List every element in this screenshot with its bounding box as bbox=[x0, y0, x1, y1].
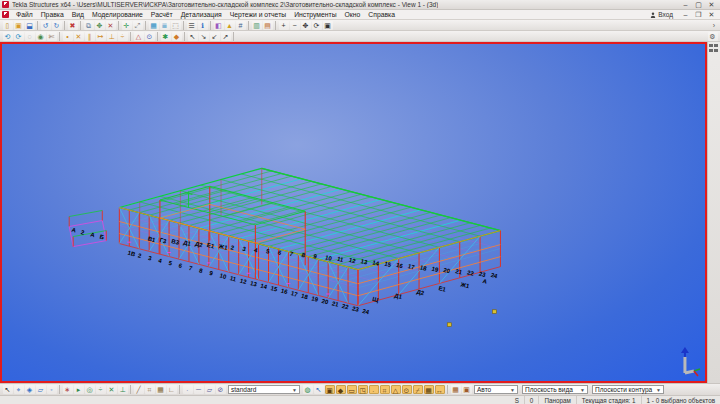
select-assemblies-icon[interactable]: ▦ bbox=[451, 385, 461, 394]
numbering-icon[interactable]: # bbox=[236, 21, 246, 30]
snap-depth-lock-icon[interactable]: ⊘ bbox=[216, 385, 226, 394]
point-parallel-icon[interactable]: ∥ bbox=[85, 32, 95, 41]
drawing-list-icon[interactable]: ▤ bbox=[263, 21, 273, 30]
open-model-icon[interactable]: ▣ bbox=[14, 21, 24, 30]
toolbar-overflow-chevron[interactable]: › bbox=[710, 22, 718, 29]
point-along-extension-icon[interactable]: ↦ bbox=[96, 32, 106, 41]
zoom-out-icon[interactable]: − bbox=[290, 21, 300, 30]
point-marker[interactable] bbox=[447, 323, 451, 327]
properties-icon[interactable]: ☰ bbox=[187, 21, 197, 30]
clash-check-icon[interactable]: ▲ bbox=[225, 21, 235, 30]
depth-combo[interactable]: Авто▼ bbox=[474, 385, 518, 394]
child-minimize-button[interactable]: – bbox=[679, 10, 692, 19]
menu-моделирование[interactable]: Моделирование bbox=[88, 11, 147, 18]
show-object-icon[interactable]: ◉ bbox=[36, 32, 46, 41]
menu-вид[interactable]: Вид bbox=[68, 11, 88, 18]
select-all-icon[interactable]: ▣ bbox=[325, 385, 335, 394]
snap-intersections-icon[interactable]: ✕ bbox=[107, 385, 117, 394]
point-intersection-icon[interactable]: ✕ bbox=[74, 32, 84, 41]
model-3d-wireframe[interactable]: В1Г3В3Д1Д2Е1Ж123456789101112131415161718… bbox=[2, 44, 705, 381]
select-parts-icon[interactable]: ▭ bbox=[347, 385, 357, 394]
fit-work-area-icon[interactable]: ▣ bbox=[323, 21, 333, 30]
point-projected-icon[interactable]: ⊥ bbox=[107, 32, 117, 41]
trim-part-icon[interactable]: ✄ bbox=[47, 32, 57, 41]
copy-icon[interactable]: ⧉ bbox=[84, 21, 94, 30]
redraw-view-icon[interactable]: ⟲ bbox=[3, 32, 13, 41]
divide-line-icon[interactable]: ÷ bbox=[118, 32, 128, 41]
select-distances-icon[interactable]: ↔ bbox=[435, 385, 445, 394]
outline-planes-combo[interactable]: Плоскости контура▼ bbox=[592, 385, 664, 394]
rotate-view-icon[interactable]: ⟳ bbox=[312, 21, 322, 30]
move-icon[interactable]: ✥ bbox=[95, 21, 105, 30]
component-catalog-icon[interactable]: ◆ bbox=[172, 32, 182, 41]
point-marker[interactable] bbox=[492, 310, 496, 314]
snap-reference-lines-icon[interactable]: ◈ bbox=[25, 385, 35, 394]
inquire-object-icon[interactable]: ℹ bbox=[198, 21, 208, 30]
delete-icon[interactable]: ✕ bbox=[106, 21, 116, 30]
select-surfaces-icon[interactable]: ◳ bbox=[358, 385, 368, 394]
snap-settings-globe-icon[interactable]: ◍ bbox=[303, 385, 313, 394]
pan-icon[interactable]: ✥ bbox=[301, 21, 311, 30]
select-grids-icon[interactable]: ⌗ bbox=[380, 385, 390, 394]
redraw-all-icon[interactable]: ⟳ bbox=[14, 32, 24, 41]
screenshot-icon[interactable]: ⬚ bbox=[171, 21, 181, 30]
snap-grid-points-icon[interactable]: ⌗ bbox=[145, 385, 155, 394]
snap-right-icon[interactable]: ↗ bbox=[221, 32, 231, 41]
snap-line-extensions-icon[interactable]: ╱ bbox=[134, 385, 144, 394]
redo-icon[interactable]: ↻ bbox=[52, 21, 62, 30]
free-pointer-icon[interactable]: ↖ bbox=[3, 385, 13, 394]
create-view-icon[interactable]: ▦ bbox=[149, 21, 159, 30]
snap-nearest-points-icon[interactable]: ◦ bbox=[47, 385, 57, 394]
select-bolts-icon[interactable]: ⊙ bbox=[402, 385, 412, 394]
zoom-in-icon[interactable]: + bbox=[279, 21, 289, 30]
menu-инструменты[interactable]: Инструменты bbox=[290, 11, 340, 18]
select-views-icon[interactable]: ▦ bbox=[424, 385, 434, 394]
menu-правка[interactable]: Правка bbox=[37, 11, 68, 18]
snap-left-icon[interactable]: ↙ bbox=[210, 32, 220, 41]
smart-select-cursor-icon[interactable]: ↖ bbox=[314, 385, 324, 394]
view-list-icon[interactable]: ≣ bbox=[160, 21, 170, 30]
maximize-button[interactable]: ▢ bbox=[692, 0, 705, 9]
menu-окно[interactable]: Окно bbox=[341, 11, 365, 18]
menu-справка[interactable]: Справка bbox=[364, 11, 399, 18]
auto-connection-icon[interactable]: ✱ bbox=[161, 32, 171, 41]
view-plane-combo[interactable]: Плоскость вида▼ bbox=[522, 385, 588, 394]
menu-файл[interactable]: Файл bbox=[12, 11, 37, 18]
minimize-button[interactable]: – bbox=[679, 0, 692, 9]
snap-override-point-icon[interactable]: ∙ bbox=[183, 385, 193, 394]
hide-object-icon[interactable]: ◌ bbox=[25, 32, 35, 41]
phase-manager-icon[interactable]: ◧ bbox=[214, 21, 224, 30]
snap-centers-icon[interactable]: ◎ bbox=[85, 385, 95, 394]
snap-override-plane-icon[interactable]: ▱ bbox=[205, 385, 215, 394]
create-weld-icon[interactable]: △ bbox=[134, 32, 144, 41]
snap-endpoints-icon[interactable]: ▸ bbox=[74, 385, 84, 394]
select-welds-icon[interactable]: △ bbox=[391, 385, 401, 394]
ortho-toggle-icon[interactable]: ∟ bbox=[167, 385, 177, 394]
select-points-icon[interactable]: ∙ bbox=[369, 385, 379, 394]
menu-расч-т[interactable]: Расчёт bbox=[147, 11, 177, 18]
point-on-line-icon[interactable]: • bbox=[63, 32, 73, 41]
menu-детализация[interactable]: Детализация bbox=[177, 11, 226, 18]
child-restore-button[interactable]: ❐ bbox=[692, 10, 705, 19]
snap-perpendicular-icon[interactable]: ⊥ bbox=[118, 385, 128, 394]
interrupt-icon[interactable]: ✖ bbox=[68, 21, 78, 30]
select-cuts-icon[interactable]: ⌿ bbox=[413, 385, 423, 394]
child-close-button[interactable]: ✕ bbox=[705, 10, 718, 19]
undo-icon[interactable]: ↺ bbox=[41, 21, 51, 30]
snap-settings-combo[interactable]: standard▼ bbox=[228, 385, 300, 394]
create-bolt-icon[interactable]: ⊙ bbox=[145, 32, 155, 41]
create-point-icon[interactable]: ✛ bbox=[122, 21, 132, 30]
side-pane-toggle-icon[interactable] bbox=[709, 44, 719, 52]
create-report-icon[interactable]: ▥ bbox=[252, 21, 262, 30]
login-button[interactable]: Вход bbox=[650, 11, 673, 18]
snap-override-line-icon[interactable]: ─ bbox=[194, 385, 204, 394]
save-icon[interactable]: ⬓ bbox=[25, 21, 35, 30]
snap-origin-icon[interactable]: ⌖ bbox=[14, 385, 24, 394]
select-components-icon[interactable]: ◆ bbox=[336, 385, 346, 394]
close-button[interactable]: ✕ bbox=[705, 0, 718, 9]
measure-icon[interactable]: ⤢ bbox=[133, 21, 143, 30]
snap-geometry-lines-icon[interactable]: ▱ bbox=[36, 385, 46, 394]
new-model-icon[interactable]: ▯ bbox=[3, 21, 13, 30]
snap-up-icon[interactable]: ↖ bbox=[188, 32, 198, 41]
snap-midpoints-icon[interactable]: ÷ bbox=[96, 385, 106, 394]
